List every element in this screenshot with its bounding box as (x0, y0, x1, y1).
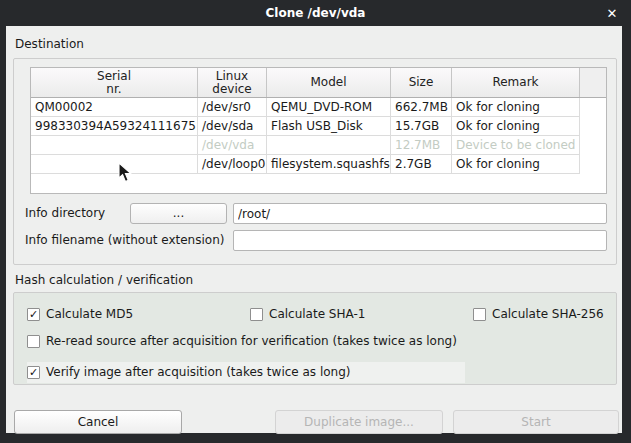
checkbox-label: Calculate SHA-1 (269, 307, 365, 321)
table-row[interactable]: /dev/loop0 filesystem.squashfs 2.7GB Ok … (31, 155, 606, 174)
table-row-device-to-be-cloned: /dev/vda 12.7MB Device to be cloned (31, 136, 606, 155)
checkbox-label: Calculate SHA-256 (492, 307, 604, 321)
cancel-button[interactable]: Cancel (14, 410, 182, 434)
column-header-linux-device[interactable]: Linux device (198, 68, 267, 97)
duplicate-image-button: Duplicate image... (275, 410, 443, 434)
window-title: Clone /dev/vda (266, 6, 366, 20)
checkbox-label: Calculate MD5 (46, 307, 133, 321)
column-header-size[interactable]: Size (391, 68, 452, 97)
checkbox-reread-source[interactable]: Re-read source after acquisition for ver… (27, 334, 457, 348)
checkbox-box[interactable]: ✓ (27, 366, 40, 379)
device-table-header: Serial nr. Linux device Model Size Remar… (31, 68, 606, 98)
dialog-body: Destination Serial nr. Linux device Mode… (6, 26, 622, 433)
checkbox-box[interactable] (27, 335, 40, 348)
column-header-remark[interactable]: Remark (452, 68, 580, 97)
info-directory-label: Info directory (25, 205, 105, 221)
close-icon[interactable]: ✕ (601, 0, 623, 26)
checkbox-verify-image[interactable]: ✓ Verify image after acquisition (takes … (27, 365, 351, 379)
checkbox-calculate-sha256[interactable]: Calculate SHA-256 (473, 307, 604, 321)
checkbox-label: Verify image after acquisition (takes tw… (46, 365, 351, 379)
checkbox-box[interactable] (250, 308, 263, 321)
hash-group-label: Hash calculation / verification (15, 273, 193, 287)
clone-dialog-window: Clone /dev/vda ✕ Destination Serial nr. … (0, 0, 631, 443)
column-header-model[interactable]: Model (267, 68, 391, 97)
checkbox-box[interactable]: ✓ (27, 308, 40, 321)
column-header-filler (580, 68, 606, 97)
info-filename-label: Info filename (without extension) (25, 232, 224, 248)
info-directory-input[interactable] (233, 203, 607, 224)
checkbox-box[interactable] (473, 308, 486, 321)
titlebar: Clone /dev/vda ✕ (0, 0, 631, 26)
checkbox-calculate-md5[interactable]: ✓ Calculate MD5 (27, 307, 133, 321)
device-table[interactable]: Serial nr. Linux device Model Size Remar… (30, 67, 607, 194)
start-button: Start (453, 410, 619, 434)
destination-group-label: Destination (15, 37, 84, 51)
table-row[interactable]: 998330394A59324111675 /dev/sda Flash USB… (31, 117, 606, 136)
checkbox-calculate-sha1[interactable]: Calculate SHA-1 (250, 307, 365, 321)
column-header-serial[interactable]: Serial nr. (31, 68, 198, 97)
checkbox-label: Re-read source after acquisition for ver… (46, 334, 457, 348)
browse-directory-button[interactable]: ... (130, 203, 227, 224)
info-filename-input[interactable] (233, 230, 607, 251)
table-row[interactable]: QM00002 /dev/sr0 QEMU_DVD-ROM 662.7MB Ok… (31, 98, 606, 117)
